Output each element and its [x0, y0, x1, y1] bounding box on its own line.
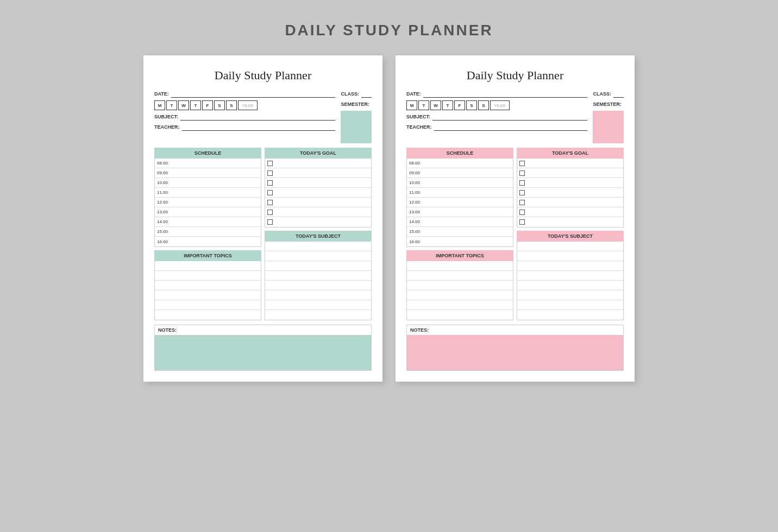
subject-row-right: SUBJECT:	[406, 113, 587, 121]
goals-col-right: TODAY'S GOAL TODAY'S SUBJECT	[517, 148, 624, 320]
imp-row-2	[155, 271, 261, 281]
goal-row-2	[265, 168, 371, 178]
goal-row-r1	[517, 159, 623, 168]
day-S2-right: S	[478, 100, 489, 110]
time-row-7: 14.00	[155, 217, 261, 227]
subj-row-r6	[517, 290, 623, 300]
subj-row-r7	[517, 300, 623, 310]
days-row-left: M T W T F S S YEAR	[154, 100, 335, 110]
year-box-right: YEAR	[490, 100, 510, 110]
day-T-right: T	[418, 100, 429, 110]
page-title: DAILY STUDY PLANNER	[285, 22, 493, 39]
imp-row-r2	[407, 271, 513, 281]
time-row-5: 12.00	[155, 198, 261, 207]
semester-label-right: SEMESTER:	[593, 102, 622, 107]
checkbox-7[interactable]	[267, 219, 273, 225]
goals-header-right: TODAY'S GOAL	[517, 148, 624, 159]
subject-row-left: SUBJECT:	[154, 113, 335, 121]
important-rows-right	[406, 261, 513, 320]
main-grid-left: SCHEDULE 08.00 09.00 10.00 11.00 12.00 1…	[154, 148, 372, 320]
time-row-r1: 08.00	[407, 159, 513, 168]
subject-rows-left	[265, 242, 372, 320]
checkbox-r7[interactable]	[519, 219, 525, 225]
goal-row-3	[265, 178, 371, 188]
class-line-left	[361, 90, 372, 98]
schedule-header-left: SCHEDULE	[154, 148, 261, 159]
notes-body-right	[407, 335, 623, 370]
goal-row-5	[265, 198, 371, 207]
checkbox-r3[interactable]	[519, 180, 525, 186]
teacher-label-right: TEACHER:	[406, 124, 432, 130]
checkbox-r1[interactable]	[519, 161, 525, 166]
imp-row-r3	[407, 281, 513, 290]
date-line-left	[171, 90, 336, 98]
teacher-label-left: TEACHER:	[154, 124, 180, 130]
time-row-r3: 10.00	[407, 178, 513, 188]
checkbox-r5[interactable]	[519, 200, 525, 205]
subj-row-r4	[517, 271, 623, 281]
schedule-rows-right: 08.00 09.00 10.00 11.00 12.00 13.00 14.0…	[406, 159, 513, 247]
class-row-left: CLASS:	[341, 90, 372, 98]
planner-right: Daily Study Planner DATE: M T W T F S S …	[396, 55, 635, 382]
checkbox-3[interactable]	[267, 180, 273, 186]
subj-row-r3	[517, 261, 623, 271]
goals-rows-right	[517, 159, 624, 227]
checkbox-1[interactable]	[267, 161, 273, 166]
subj-row-1	[265, 242, 371, 251]
semester-label-left: SEMESTER:	[341, 102, 369, 107]
goal-row-r6	[517, 207, 623, 217]
imp-row-r6	[407, 310, 513, 320]
time-row-6: 13.00	[155, 207, 261, 217]
time-row-2: 09.00	[155, 168, 261, 178]
schedule-rows-left: 08.00 09.00 10.00 11.00 12.00 13.00 14.0…	[154, 159, 261, 247]
left-fields-left: DATE: M T W T F S S YEAR SUBJECT:	[154, 90, 335, 143]
checkbox-5[interactable]	[267, 200, 273, 205]
subject-section-right: TODAY'S SUBJECT	[517, 231, 624, 320]
color-box-left	[341, 111, 372, 143]
schedule-header-right: SCHEDULE	[406, 148, 513, 159]
subj-row-3	[265, 261, 371, 271]
notes-label-left: NOTES:	[155, 325, 371, 335]
time-row-3: 10.00	[155, 178, 261, 188]
right-top-left: CLASS: SEMESTER:	[341, 90, 372, 143]
planner-left-title: Daily Study Planner	[154, 68, 372, 83]
notes-body-left	[155, 335, 371, 370]
day-W-left: W	[178, 100, 189, 110]
notes-label-right: NOTES:	[407, 325, 623, 335]
date-label-left: DATE:	[154, 91, 169, 97]
subject-line-right	[432, 113, 587, 121]
imp-row-r1	[407, 261, 513, 271]
day-W-right: W	[430, 100, 441, 110]
time-row-8: 15.00	[155, 227, 261, 237]
time-row-r8: 15.00	[407, 227, 513, 237]
checkbox-2[interactable]	[267, 170, 273, 176]
checkbox-r4[interactable]	[519, 190, 525, 195]
notes-section-right: NOTES:	[406, 325, 624, 371]
year-box-left: YEAR	[238, 100, 258, 110]
subj-row-r2	[517, 251, 623, 261]
class-label-right: CLASS:	[593, 91, 611, 97]
important-rows-left	[154, 261, 261, 320]
checkbox-4[interactable]	[267, 190, 273, 195]
subj-row-7	[265, 300, 371, 310]
class-row-right: CLASS:	[593, 90, 624, 98]
date-line-right	[423, 90, 588, 98]
important-section-left: IMPORTANT TOPICS	[154, 250, 261, 320]
subj-row-r5	[517, 281, 623, 290]
subject-rows-right	[517, 242, 624, 320]
right-top-right: CLASS: SEMESTER:	[593, 90, 624, 143]
day-S2-left: S	[226, 100, 237, 110]
day-F-left: F	[202, 100, 213, 110]
important-header-right: IMPORTANT TOPICS	[406, 250, 513, 261]
checkbox-6[interactable]	[267, 210, 273, 215]
checkbox-r2[interactable]	[519, 170, 525, 176]
goal-row-r7	[517, 217, 623, 227]
goal-row-r5	[517, 198, 623, 207]
imp-row-6	[155, 310, 261, 320]
subj-row-2	[265, 251, 371, 261]
goals-col-left: TODAY'S GOAL TODAY'S SUBJECT	[265, 148, 372, 320]
time-row-r2: 09.00	[407, 168, 513, 178]
checkbox-r6[interactable]	[519, 210, 525, 215]
time-row-r9: 16.00	[407, 237, 513, 246]
goal-row-7	[265, 217, 371, 227]
